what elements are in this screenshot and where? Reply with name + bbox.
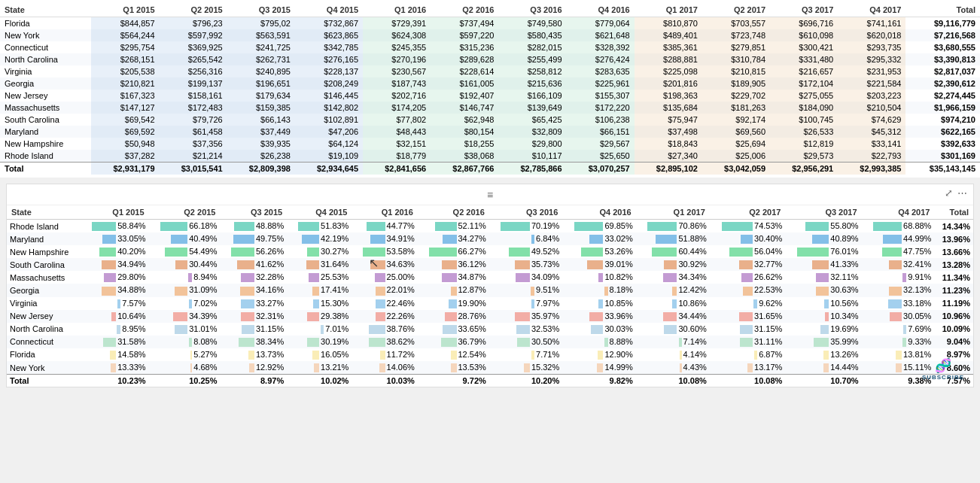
pct-cell-2-3: 56.26% [220, 245, 287, 258]
more-icon[interactable]: ⋯ [957, 187, 967, 199]
pct-cell-0-7: 70.19% [489, 220, 562, 233]
cell-12-5: $2,841,656 [363, 163, 431, 175]
pct-bar [312, 351, 319, 360]
pct-value: 12.54% [458, 350, 486, 359]
cell-0-10: $703,557 [702, 17, 770, 30]
cell-5-12: $221,584 [838, 77, 905, 90]
pct-cell-3-1: 34.94% [81, 258, 149, 271]
total-row: Total$2,931,179$3,015,541$2,809,398$2,93… [0, 163, 980, 175]
expand-icon[interactable]: ⤢ [945, 187, 953, 199]
cell-11-11: $29,573 [770, 150, 838, 163]
table-row: South Carolina$69,542$79,726$66,143$102,… [0, 114, 980, 126]
drag-handle-icon[interactable]: ≡ [487, 189, 493, 201]
cell-0-6: $737,494 [431, 17, 498, 30]
pct-bar [233, 235, 254, 244]
pct-cell-6-8: 10.85% [562, 297, 635, 310]
cell-1-10: $723,748 [702, 29, 770, 41]
pct-cell-2-0: New Hampshire [7, 245, 81, 258]
cell-0-7: $749,580 [498, 17, 566, 30]
list-item: South Carolina34.94%30.44%41.62%31.64%34… [7, 258, 973, 271]
pct-cell-6-7: 7.97% [489, 297, 562, 310]
pct-bar [237, 260, 254, 269]
pct-value: 14.06% [387, 363, 415, 372]
pct-cell-4-13: 11.34% [934, 271, 973, 284]
pct-cell-8-10: 31.15% [710, 323, 786, 336]
pct-bar [739, 312, 753, 321]
pct-cell-7-4: 29.38% [287, 310, 352, 323]
pct-cell-5-0: Georgia [7, 284, 81, 296]
pct-value: 12.42% [678, 285, 706, 294]
table-row: Maryland$69,592$61,458$37,449$47,206$48,… [0, 126, 980, 138]
cell-5-0: Georgia [0, 77, 91, 90]
pct-cell-2-10: 56.04% [710, 245, 786, 258]
pct-cell-10-5: 11.72% [352, 348, 417, 361]
pct-cell-4-8: 10.82% [562, 271, 635, 284]
pct-cell-5-9: 12.42% [636, 284, 710, 296]
list-item: Rhode Island58.84%66.18%48.88%51.83%44.7… [7, 220, 973, 233]
pct-value: 30.03% [604, 324, 632, 333]
pct-value: 10.03% [387, 376, 415, 385]
cell-7-12: $210,504 [838, 102, 905, 114]
subscribe-label[interactable]: SUBSCRIBE [922, 374, 964, 381]
pct-value: 25.53% [321, 272, 348, 281]
subscribe-area: 🧬 SUBSCRIBE [922, 357, 964, 381]
cell-5-7: $215,636 [498, 77, 566, 90]
pct-cell-7-11: 10.34% [785, 310, 861, 323]
pct-value: 34.39% [189, 311, 217, 320]
pct-bar [509, 248, 530, 257]
pct-bar [739, 260, 753, 269]
list-item: New York13.33%4.68%12.92%13.21%14.06%13.… [7, 361, 973, 375]
pct-value: 35.99% [830, 337, 858, 346]
pct-bar [370, 235, 385, 244]
pct-cell-1-4: 42.19% [287, 232, 352, 245]
cell-4-12: $231,953 [838, 65, 905, 77]
pct-bar [589, 312, 604, 321]
pct-cell-8-7: 32.53% [489, 323, 562, 336]
pct-value: 41.33% [830, 260, 858, 269]
pct-cell-1-9: 51.88% [636, 232, 710, 245]
pct-cell-0-6: 52.11% [418, 220, 489, 233]
pct-cell-7-0: New Jersey [7, 310, 81, 323]
pct-bar [435, 222, 457, 231]
pct-bar [302, 235, 319, 244]
pct-cell-0-12: 68.88% [862, 220, 935, 233]
pct-cell-7-13: 10.96% [934, 310, 973, 323]
pct-value: 8.18% [610, 285, 633, 294]
pct-value: 4.14% [683, 350, 707, 359]
pct-cell-1-6: 34.27% [418, 232, 489, 245]
pct-cell-10-11: 13.26% [785, 348, 861, 361]
pct-value: 49.52% [531, 247, 559, 256]
pct-bar [99, 248, 116, 257]
pct-bar [888, 299, 902, 308]
pct-bar [531, 351, 534, 360]
pct-value: 32.77% [754, 260, 782, 269]
pct-bar [441, 338, 456, 347]
pct-value: 10.08% [678, 376, 706, 385]
cell-3-0: North Carolina [0, 53, 91, 65]
pct-bar [375, 273, 385, 282]
pct-value: 47.75% [903, 247, 931, 256]
pct-cell-3-2: 30.44% [149, 258, 221, 271]
pct-value: 40.20% [117, 247, 145, 256]
pct-value: 53.58% [387, 247, 415, 256]
cell-12-6: $2,867,766 [431, 163, 498, 175]
pct-value: 51.83% [321, 221, 348, 230]
pct-bar [171, 235, 187, 244]
pct-value: 30.27% [321, 247, 348, 256]
cell-9-2: $61,458 [160, 126, 227, 138]
pct-bar [307, 338, 320, 347]
pct-value: 5.27% [193, 350, 217, 359]
pct-value: 9.62% [759, 299, 782, 308]
cell-2-5: $245,355 [363, 41, 431, 53]
pct-bar [747, 363, 753, 372]
cell-8-9: $75,947 [635, 114, 702, 126]
pct-cell-3-7: 35.73% [489, 258, 562, 271]
pct-bar [104, 273, 117, 282]
pct-bar [823, 351, 829, 360]
pct-cell-10-7: 7.71% [489, 348, 562, 361]
pct-cell-12-2: 10.25% [149, 375, 221, 387]
cell-6-4: $146,445 [295, 90, 363, 102]
pct-value: 38.76% [387, 324, 415, 333]
pct-bar [242, 325, 254, 334]
pct-value: 42.19% [321, 234, 348, 243]
